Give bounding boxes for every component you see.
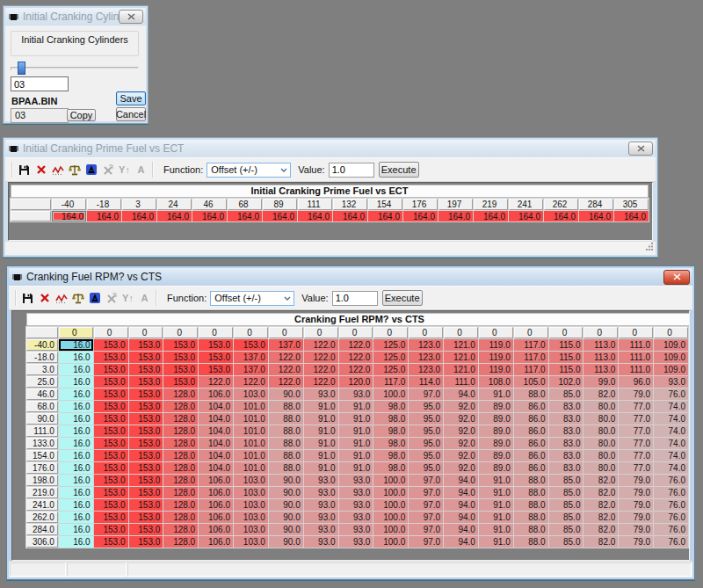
column-header[interactable]: 0 [409,327,443,338]
slider-track[interactable] [11,67,139,70]
column-header[interactable]: 0 [269,327,303,338]
grid-cell[interactable]: 85.0 [549,499,583,511]
grid-cell[interactable]: 83.0 [549,401,583,412]
grid-cell[interactable]: 122.0 [269,364,303,375]
grid-cell[interactable]: 88.0 [514,499,548,511]
column-header[interactable]: 0 [129,327,163,338]
grid-cell[interactable]: 88.0 [269,413,303,425]
grid-cell[interactable]: 122.0 [304,364,338,375]
close-icon[interactable] [119,10,143,24]
grid-cell[interactable]: 153.0 [94,364,128,375]
grid-cell[interactable]: 106.0 [199,512,233,523]
slider-thumb[interactable] [18,62,25,75]
grid-cell[interactable]: 91.0 [339,462,373,474]
grid-cell[interactable]: 93.0 [339,499,373,511]
grid-cell[interactable]: 123.0 [409,352,443,363]
grid-cell[interactable]: 74.0 [654,462,688,474]
column-header[interactable]: 0 [654,327,688,338]
grid-cell[interactable]: 153.0 [129,499,163,511]
row-header[interactable]: 284.0 [26,524,58,535]
grid-cell[interactable]: 153.0 [94,499,128,511]
grid-cell[interactable]: 120.0 [339,376,373,388]
row-header[interactable]: 25.0 [26,376,58,388]
grid-cell[interactable]: 153.0 [94,475,128,486]
grid-cell[interactable]: 153.0 [94,376,128,388]
grid-cell[interactable]: 83.0 [549,413,583,425]
grid-cell[interactable]: 80.0 [583,413,618,425]
grid-cell[interactable]: 76.0 [654,536,688,548]
grid-cell[interactable]: 153.0 [94,339,128,351]
row-header[interactable]: 133.0 [26,438,58,449]
grid-cell[interactable]: 83.0 [549,450,583,461]
grid-cell[interactable]: 74.0 [654,413,688,425]
grid-cell[interactable]: 153.0 [94,388,128,400]
grid-cell[interactable]: 115.0 [549,339,583,351]
grid-cell[interactable]: 88.0 [269,450,303,461]
grid-cell[interactable]: 98.0 [373,425,408,437]
grid-cell[interactable]: 82.0 [583,388,618,400]
grid-cell[interactable]: 153.0 [129,401,163,412]
save-icon[interactable] [16,162,33,178]
grid-cell[interactable]: 164.0 [509,211,543,221]
value-input[interactable] [332,291,378,306]
grid-cell[interactable]: 82.0 [583,512,618,523]
grid-cell[interactable]: 153.0 [94,438,128,449]
grid-cell[interactable]: 153.0 [129,512,163,523]
grid-cell[interactable]: 91.0 [339,401,373,412]
grid-cell[interactable]: 94.0 [444,388,478,400]
grid-cell[interactable]: 95.0 [409,401,443,412]
grid-cell[interactable]: 86.0 [514,462,548,474]
grid-cell[interactable]: 97.0 [409,512,443,523]
grid-cell[interactable]: 153.0 [199,339,233,351]
grid-cell[interactable]: 117.0 [514,339,548,351]
grid-cell[interactable]: 104.0 [199,401,233,412]
grid-cell[interactable]: 92.0 [444,462,478,474]
cylinder-value-input[interactable] [11,76,69,91]
copy-button[interactable]: Copy [67,109,96,121]
grid-cell[interactable]: 164.0 [87,211,121,221]
grid-cell[interactable]: 100.0 [373,475,408,486]
grid-cell[interactable]: 113.0 [583,364,618,375]
column-header[interactable]: 0 [234,327,268,338]
grid-cell[interactable]: 16.0 [59,388,93,400]
grid-cell[interactable]: 103.0 [234,536,268,548]
grid-cell[interactable]: 89.0 [479,413,513,425]
grid-cell[interactable]: 153.0 [94,536,128,548]
grid-cell[interactable]: 76.0 [654,475,688,486]
grid-cell[interactable]: 153.0 [94,487,128,498]
grid-cell[interactable]: 16.0 [59,401,93,412]
grid-cell[interactable]: 164.0 [544,211,578,221]
grid-cell[interactable]: 106.0 [199,487,233,498]
grid-cell[interactable]: 97.0 [409,499,443,511]
grid-cell[interactable]: 94.0 [444,512,478,523]
column-header[interactable]: 3 [122,199,156,210]
grid-cell[interactable]: 77.0 [619,401,653,412]
grid-cell[interactable]: 97.0 [409,475,443,486]
row-header[interactable]: 198.0 [26,475,58,486]
grid-cell[interactable]: 82.0 [583,499,618,511]
grid-cell[interactable]: 153.0 [234,339,268,351]
grid-cell[interactable]: 91.0 [304,450,338,461]
grid-cell[interactable]: 16.0 [59,499,93,511]
grid-cell[interactable]: 77.0 [619,413,653,425]
grid-cell[interactable]: 85.0 [549,487,583,498]
grid-cell[interactable]: 122.0 [339,352,373,363]
value-input[interactable] [329,163,374,178]
column-header[interactable]: 0 [339,327,373,338]
grid-cell[interactable]: 128.0 [163,388,198,400]
grid-cell[interactable]: 104.0 [199,438,233,449]
grid-cell[interactable]: 90.0 [269,524,303,535]
grid-cell[interactable]: 137.0 [234,364,268,375]
grid-cell[interactable]: 88.0 [514,388,548,400]
grid-cell[interactable]: 153.0 [94,512,128,523]
grid-cell[interactable]: 91.0 [304,401,338,412]
grid-cell[interactable]: 83.0 [549,462,583,474]
grid-cell[interactable]: 86.0 [514,425,548,437]
grid-cell[interactable]: 164.0 [368,211,402,221]
grid-cell[interactable]: 95.0 [409,425,443,437]
grid-cell[interactable]: 91.0 [304,425,338,437]
grid-cell[interactable]: 164.0 [474,211,508,221]
grid-cell[interactable]: 153.0 [129,438,163,449]
grid-cell[interactable]: 80.0 [583,425,618,437]
grid-cell[interactable]: 97.0 [409,536,443,548]
